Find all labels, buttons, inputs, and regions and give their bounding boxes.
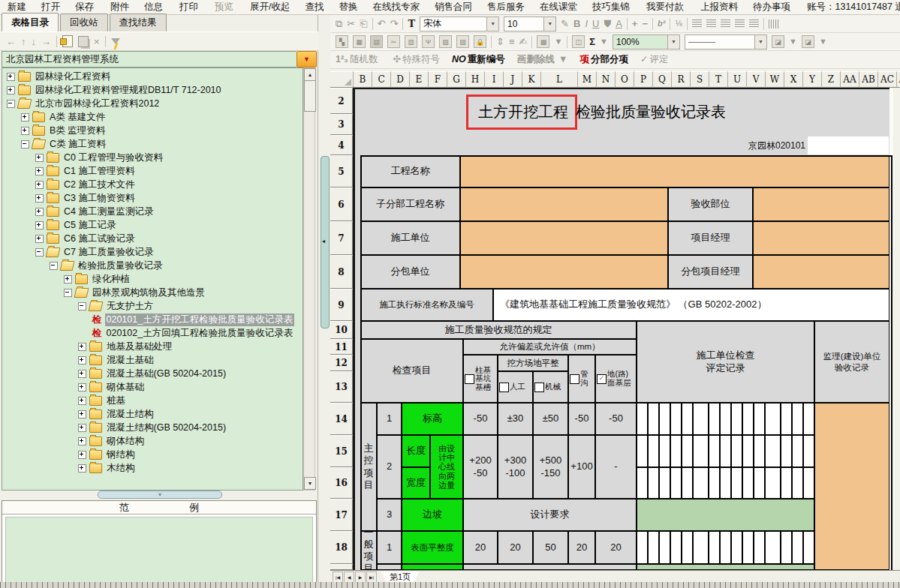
fill-pattern-icon[interactable]: ◪ xyxy=(802,35,814,48)
align-right-icon[interactable] xyxy=(735,20,745,28)
measure-grid-cell[interactable] xyxy=(742,403,754,435)
copy-format-icon[interactable]: ▥ xyxy=(405,35,417,48)
measure-grid-cell[interactable] xyxy=(731,467,742,499)
menu-item[interactable]: 待办事项 xyxy=(745,1,798,14)
row-header[interactable]: 16 xyxy=(330,467,353,499)
column-header[interactable]: L xyxy=(541,71,578,88)
measure-grid-cell[interactable] xyxy=(670,403,682,435)
renumber-button[interactable]: NO重新编号 xyxy=(452,53,505,66)
menu-item[interactable]: 信息 xyxy=(137,1,170,14)
tree-item[interactable]: 混凝土基础 xyxy=(2,353,303,367)
contractor-record-header[interactable]: 施工单位检查 评定记录 xyxy=(637,321,814,403)
tree-item-label[interactable]: 混凝土基础(GB 50204-2015) xyxy=(105,368,227,380)
tree-item-label[interactable]: C类 施工资料 xyxy=(48,138,107,151)
tree-item[interactable]: C类 施工资料 xyxy=(2,137,303,151)
tree-item[interactable]: 混凝土结构(GB 50204-2015) xyxy=(2,421,303,434)
evaluation-cell[interactable] xyxy=(637,564,814,570)
row-header[interactable]: 12 xyxy=(330,355,353,371)
measure-grid-cell[interactable] xyxy=(659,467,670,499)
row-header[interactable] xyxy=(330,564,353,570)
value-cell[interactable]: ±30 xyxy=(498,403,533,435)
zoom-combo[interactable]: 100%▼ xyxy=(613,34,680,50)
measure-grid-cell[interactable] xyxy=(765,403,781,435)
measure-grid-cell[interactable] xyxy=(648,403,659,435)
tree-item[interactable]: C7 施工质量验收记录 xyxy=(2,245,303,259)
collapse-icon[interactable] xyxy=(64,289,72,297)
chevron-down-icon[interactable]: ▼ xyxy=(789,38,797,46)
tree-item[interactable]: 混凝土结构 xyxy=(2,407,303,421)
tree-item[interactable]: C6 施工试验记录 xyxy=(2,232,303,245)
column-header[interactable]: AC xyxy=(878,71,897,88)
tree-item-label[interactable]: A类 基建文件 xyxy=(48,111,107,124)
menu-item[interactable]: 技巧集锦 xyxy=(585,1,637,14)
underline-icon[interactable]: U xyxy=(592,19,599,28)
column-header[interactable]: R xyxy=(672,71,691,88)
chevron-down-icon[interactable]: ▼ xyxy=(543,17,555,31)
tree-item[interactable]: 绿化种植 xyxy=(2,272,303,286)
measure-grid-cell[interactable] xyxy=(765,531,781,564)
contractor-label[interactable]: 施工单位 xyxy=(360,221,460,255)
column-header[interactable]: V xyxy=(747,71,766,88)
menu-item[interactable]: 在线找专家 xyxy=(365,1,427,14)
measure-grid-cell[interactable] xyxy=(682,531,693,564)
measure-grid-cell[interactable] xyxy=(693,435,709,467)
measure-grid-cell[interactable] xyxy=(803,435,814,467)
tree-item[interactable]: C4 施工测量监测记录 xyxy=(2,205,303,218)
tree-item[interactable]: C3 施工物资资料 xyxy=(2,191,303,205)
menu-item[interactable]: 销售合同 xyxy=(427,1,480,14)
sidebar-tab[interactable]: 表格目录 xyxy=(2,13,59,32)
lock-icon[interactable]: 🔒 xyxy=(474,35,486,48)
column-header[interactable]: W xyxy=(766,71,784,88)
measure-grid-cell[interactable] xyxy=(742,467,754,499)
line-spacing-icon[interactable]: ≡ xyxy=(509,37,515,46)
column-header[interactable]: D xyxy=(391,71,410,88)
row-header[interactable]: 5 xyxy=(330,155,353,188)
value-cell[interactable]: 20 xyxy=(463,531,498,564)
expand-icon[interactable] xyxy=(78,464,86,472)
row-header[interactable]: 2 xyxy=(330,88,353,114)
copy-table-icon[interactable] xyxy=(78,36,89,47)
sub-pm-input[interactable] xyxy=(753,255,889,289)
tree-item[interactable]: 北京市园林绿化工程资料2012 xyxy=(2,97,303,110)
value-cell[interactable] xyxy=(463,564,637,570)
image-icon[interactable]: ▩ xyxy=(537,35,549,48)
increase-icon[interactable]: + xyxy=(632,19,638,28)
row-header[interactable]: 11 xyxy=(330,339,353,355)
panel-splitter[interactable] xyxy=(318,15,330,582)
measure-grid-cell[interactable] xyxy=(731,435,742,467)
font-name-combo[interactable]: 宋体▼ xyxy=(420,16,499,32)
measure-grid-cell[interactable] xyxy=(682,435,693,467)
standard-label[interactable]: 施工执行标准名称及编号 xyxy=(360,289,493,321)
group-general-label[interactable]: 一般项目 xyxy=(360,531,377,570)
measure-grid-cell[interactable] xyxy=(648,435,659,467)
seq-cell[interactable]: 1 xyxy=(377,403,402,435)
check-column-header[interactable]: ✓地(路)面基层 xyxy=(595,355,637,403)
subitem-button[interactable]: 项分部分项 xyxy=(580,53,629,66)
measure-grid-cell[interactable] xyxy=(720,403,731,435)
measure-grid-cell[interactable] xyxy=(781,467,792,499)
column-header[interactable]: E xyxy=(410,71,429,88)
value-cell[interactable]: 20 xyxy=(595,531,637,564)
branch-icon[interactable]: Ψ xyxy=(422,35,435,48)
contractor-input[interactable] xyxy=(460,221,668,255)
font-color-icon[interactable]: A xyxy=(616,19,622,28)
expand-icon[interactable] xyxy=(35,167,44,176)
column-header[interactable]: X xyxy=(784,71,803,88)
line-color-icon[interactable]: ◪ xyxy=(772,35,784,48)
measure-grid-cell[interactable] xyxy=(682,403,693,435)
expand-icon[interactable] xyxy=(7,73,15,81)
item-name-cell[interactable]: 边坡 xyxy=(402,499,463,531)
value-cell[interactable]: 50 xyxy=(533,531,568,564)
format-painter-icon[interactable]: ✎ xyxy=(561,19,569,28)
fraction-icon[interactable]: ⅛ xyxy=(675,20,682,28)
menu-item[interactable]: 附件 xyxy=(103,1,137,14)
expand-icon[interactable] xyxy=(35,181,44,189)
chevron-down-icon[interactable]: ▼ xyxy=(486,17,498,31)
project-manager-input[interactable] xyxy=(753,221,889,255)
align-distribute-icon[interactable] xyxy=(749,20,759,28)
tree-item[interactable]: C5 施工记录 xyxy=(2,218,303,232)
tree-item-label[interactable]: C6 施工试验记录 xyxy=(62,232,136,245)
checkbox-icon[interactable] xyxy=(570,374,579,384)
measure-grid-cell[interactable] xyxy=(670,435,682,467)
row-header[interactable]: 13 xyxy=(330,371,353,403)
